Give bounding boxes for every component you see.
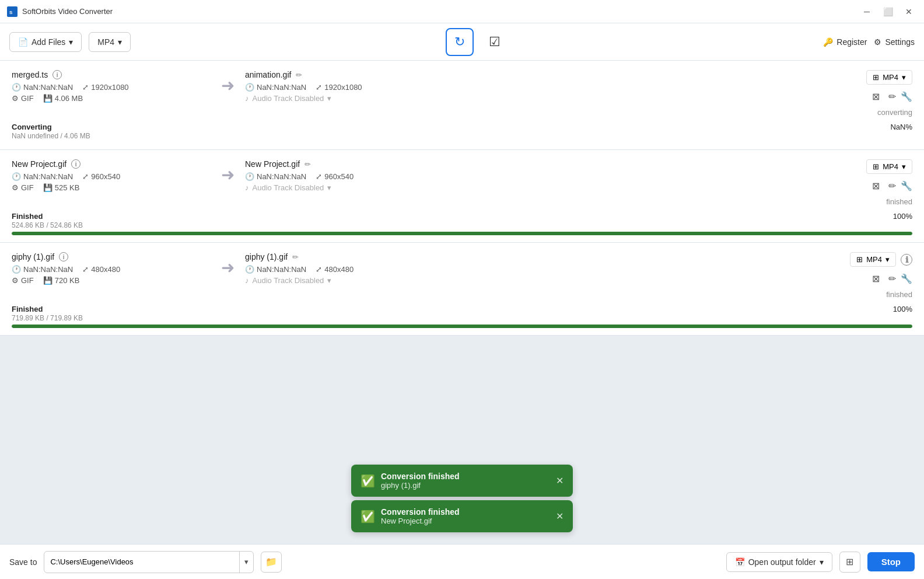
format-arrow: ▾: [902, 162, 906, 171]
audio-dropdown[interactable]: ▾: [327, 276, 331, 285]
source-duration: 🕐 NaN:NaN:NaN: [12, 83, 73, 92]
expand-icon: ⤢: [316, 172, 322, 181]
file-actions: ⊞ MP4 ▾ ℹ ⊠ ✏ 🔧 finished: [796, 252, 912, 299]
toast-subtitle-2: New Project.gif: [381, 517, 550, 525]
source-resolution: ⤢ 960x540: [82, 172, 120, 181]
progress-pct: 100%: [893, 212, 912, 229]
progress-row: Converting NaN undefined / 4.06 MB NaN%: [12, 123, 912, 140]
audio-icon: ♪: [245, 94, 249, 103]
grid-icon: ⊞: [856, 255, 863, 264]
expand-icon: ⤢: [82, 172, 89, 181]
clock-icon: 🕐: [12, 265, 21, 274]
minimize-button[interactable]: ─: [859, 4, 875, 20]
check-button[interactable]: ☑: [481, 28, 509, 56]
path-dropdown-button[interactable]: ▾: [239, 552, 253, 573]
source-duration: 🕐 NaN:NaN:NaN: [12, 172, 73, 181]
add-files-button[interactable]: 📄 Add Files ▾: [9, 32, 82, 52]
source-format: ⚙ GIF: [12, 183, 34, 192]
edit-action-icon[interactable]: ✏: [888, 273, 896, 284]
wrench-icon[interactable]: 🔧: [901, 273, 912, 284]
stop-button[interactable]: Stop: [867, 552, 915, 571]
edit-action-icon[interactable]: ✏: [888, 180, 896, 191]
source-info-icon[interactable]: i: [71, 159, 80, 169]
source-size: 💾 525 KB: [43, 183, 80, 192]
audio-track-label: Audio Track Disabled: [253, 94, 324, 103]
check-icon: ☑: [489, 34, 501, 50]
progress-pct: NaN%: [890, 123, 912, 140]
source-duration: 🕐 NaN:NaN:NaN: [12, 265, 73, 274]
audio-dropdown[interactable]: ▾: [327, 94, 331, 103]
dest-resolution: ⤢ 480x480: [316, 265, 354, 274]
file-row: giphy (1).gif i 🕐 NaN:NaN:NaN ⤢ 480x480: [0, 243, 924, 336]
register-button[interactable]: 🔑 Register: [823, 37, 867, 47]
source-format: ⚙ GIF: [12, 94, 34, 103]
open-output-arrow: ▾: [820, 557, 824, 567]
settings-button[interactable]: ⚙ Settings: [874, 37, 915, 47]
crop-icon[interactable]: ⊠: [867, 270, 884, 287]
open-output-button[interactable]: 📅 Open output folder ▾: [726, 552, 832, 572]
status-text: converting: [877, 108, 912, 117]
toast-2: ✅ Conversion finished New Project.gif ✕: [351, 500, 573, 532]
format-button[interactable]: MP4 ▾: [89, 32, 131, 52]
clock-icon: 🕐: [245, 172, 254, 181]
add-files-label: Add Files: [32, 37, 65, 47]
dest-format-button[interactable]: ⊞ MP4 ▾: [866, 70, 912, 85]
file-dest: New Project.gif ✏ 🕐 NaN:NaN:NaN ⤢ 960x54…: [245, 159, 796, 192]
settings-label: Settings: [885, 37, 915, 47]
file-actions: ⊞ MP4 ▾ ⊠ ✏ 🔧 finished: [796, 159, 912, 206]
progress-bar-fill: [12, 232, 912, 235]
file-source: giphy (1).gif i 🕐 NaN:NaN:NaN ⤢ 480x480: [12, 252, 210, 287]
convert-arrow: ➜: [210, 252, 245, 277]
clock-icon: 🕐: [12, 172, 21, 181]
clock-icon: 🕐: [245, 83, 254, 92]
app-title: SoftOrbits Video Converter: [22, 7, 859, 16]
progress-label: Finished: [12, 305, 43, 313]
crop-icon[interactable]: ⊠: [867, 88, 884, 104]
expand-icon: ⤢: [316, 83, 322, 92]
dest-format-label: MP4: [883, 162, 898, 171]
path-input[interactable]: [44, 554, 239, 570]
source-info-icon[interactable]: i: [52, 70, 62, 79]
calendar-icon: 📅: [735, 557, 745, 567]
expand-icon: ⤢: [316, 265, 322, 274]
toast-title-2: Conversion finished: [381, 507, 550, 517]
toast-close-2[interactable]: ✕: [556, 511, 564, 522]
grid-view-button[interactable]: ⊞: [839, 552, 860, 573]
wrench-icon[interactable]: 🔧: [901, 180, 912, 191]
gear-icon: ⚙: [874, 37, 881, 47]
toast-content-2: Conversion finished New Project.gif: [381, 507, 550, 525]
audio-dropdown[interactable]: ▾: [327, 183, 331, 192]
wrench-icon[interactable]: 🔧: [901, 91, 912, 102]
dest-format-button[interactable]: ⊞ MP4 ▾: [850, 252, 896, 267]
dest-format-button[interactable]: ⊞ MP4 ▾: [866, 159, 912, 174]
file-row: merged.ts i 🕐 NaN:NaN:NaN ⤢ 1920x1080: [0, 61, 924, 150]
status-text: finished: [886, 197, 912, 206]
audio-track-row: ♪ Audio Track Disabled ▾: [245, 276, 796, 285]
format-label: MP4: [97, 37, 114, 47]
dest-filename: New Project.gif: [245, 159, 300, 169]
close-button[interactable]: ✕: [901, 4, 917, 20]
edit-action-icon[interactable]: ✏: [888, 91, 896, 102]
edit-icon[interactable]: ✏: [296, 71, 302, 79]
toast-close-1[interactable]: ✕: [556, 475, 564, 486]
open-output-label: Open output folder: [748, 557, 816, 567]
folder-button[interactable]: 📁: [261, 552, 282, 573]
dest-duration: 🕐 NaN:NaN:NaN: [245, 83, 306, 92]
format-arrow: ▾: [886, 255, 890, 264]
edit-icon[interactable]: ✏: [304, 160, 311, 169]
file3-info-icon[interactable]: ℹ: [901, 254, 912, 266]
source-format: ⚙ GIF: [12, 276, 34, 285]
audio-track-row: ♪ Audio Track Disabled ▾: [245, 94, 796, 103]
source-info-icon[interactable]: i: [59, 252, 68, 261]
dest-duration: 🕐 NaN:NaN:NaN: [245, 265, 306, 274]
dest-resolution: ⤢ 960x540: [316, 172, 354, 181]
edit-icon[interactable]: ✏: [292, 253, 299, 261]
progress-bar: [12, 325, 912, 328]
refresh-button[interactable]: ↻: [446, 28, 474, 56]
maximize-button[interactable]: ⬜: [880, 4, 896, 20]
audio-icon: ♪: [245, 276, 249, 285]
status-text: finished: [886, 290, 912, 299]
dest-format-label: MP4: [883, 73, 898, 82]
svg-text:S: S: [9, 10, 13, 15]
crop-icon[interactable]: ⊠: [867, 177, 884, 194]
